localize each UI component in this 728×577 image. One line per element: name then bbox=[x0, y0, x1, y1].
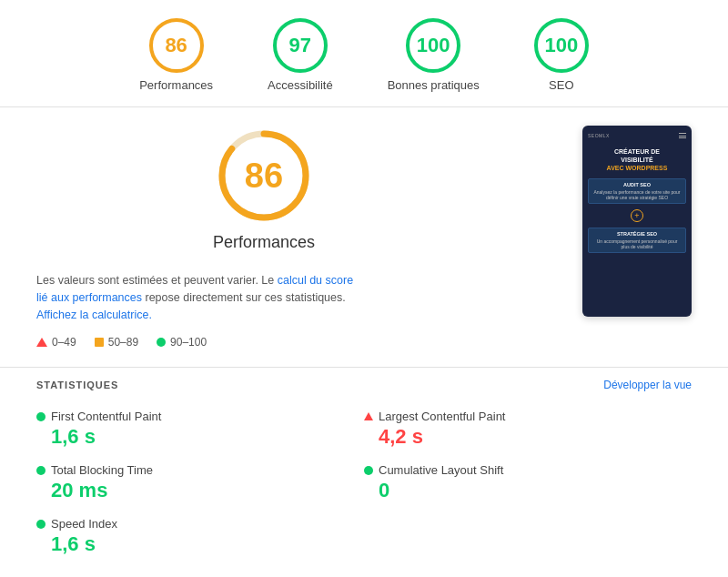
score-circle-seo: 100 bbox=[534, 18, 589, 73]
stat-fcp-name: First Contentful Paint bbox=[51, 410, 161, 423]
right-panel: SEOMLX CRÉATEUR DE VISIBILITÉ AVEC WORDP… bbox=[510, 126, 692, 349]
legend: 0–49 50–89 90–100 bbox=[36, 336, 491, 349]
screenshot-badge1-text: Analysez la performance de votre site po… bbox=[593, 189, 681, 200]
stat-fcp-value: 1,6 s bbox=[51, 425, 364, 449]
triangle-icon bbox=[36, 338, 47, 347]
screenshot-hero: CRÉATEUR DE VISIBILITÉ AVEC WORDPRESS bbox=[607, 147, 668, 172]
score-value-seo: 100 bbox=[544, 34, 578, 57]
stat-fcp: First Contentful Paint 1,6 s bbox=[36, 404, 364, 458]
hamburger-icon bbox=[679, 133, 686, 138]
description-text-2: repose directement sur ces statistiques. bbox=[142, 291, 346, 304]
score-link-2[interactable]: Affichez la calculatrice. bbox=[36, 309, 152, 321]
stat-cls-name: Cumulative Layout Shift bbox=[379, 463, 503, 477]
stat-si-header: Speed Index bbox=[36, 517, 364, 531]
screenshot-frame: SEOMLX CRÉATEUR DE VISIBILITÉ AVEC WORDP… bbox=[582, 126, 692, 317]
dot-green-icon bbox=[36, 466, 46, 475]
big-score-circle: 86 bbox=[214, 126, 314, 226]
screenshot-badge2-text: Un accompagnement personnalisé pour plus… bbox=[593, 238, 681, 249]
legend-high: 90–100 bbox=[157, 336, 207, 349]
stat-lcp: Largest Contentful Paint 4,2 s bbox=[364, 404, 692, 458]
score-label-seo: SEO bbox=[549, 78, 573, 92]
score-label-bonnes-pratiques: Bonnes pratiques bbox=[388, 78, 480, 92]
triangle-red-icon bbox=[364, 412, 373, 420]
screenshot-badge-1: AUDIT SEO Analysez la performance de vot… bbox=[588, 178, 686, 204]
legend-medium-range: 50–89 bbox=[108, 336, 138, 349]
expand-view-link[interactable]: Développer la vue bbox=[603, 379, 692, 391]
square-icon bbox=[95, 338, 104, 347]
screenshot-hero-line1: CRÉATEUR DE bbox=[614, 148, 660, 155]
screenshot-hero-line2: VISIBILITÉ bbox=[621, 157, 652, 163]
description-text-1: Les valeurs sont estimées et peuvent var… bbox=[36, 274, 278, 287]
stat-si-value: 1,6 s bbox=[51, 532, 364, 556]
stats-grid: First Contentful Paint 1,6 s Largest Con… bbox=[36, 404, 692, 565]
main-content: 86 Performances Les valeurs sont estimée… bbox=[0, 107, 728, 368]
score-bonnes-pratiques[interactable]: 100 Bonnes pratiques bbox=[388, 18, 480, 92]
dot-icon bbox=[157, 338, 166, 347]
legend-low-range: 0–49 bbox=[52, 336, 76, 349]
legend-low: 0–49 bbox=[36, 336, 76, 349]
screenshot-hero-line3: AVEC WORDPRESS bbox=[607, 165, 668, 171]
stats-title: STATISTIQUES bbox=[36, 380, 118, 390]
score-value-accessibilite: 97 bbox=[289, 34, 311, 57]
score-value-performances: 86 bbox=[165, 34, 187, 57]
score-circle-bonnes-pratiques: 100 bbox=[406, 18, 460, 73]
screenshot-top-bar: SEOMLX bbox=[588, 133, 686, 138]
stat-cls-value: 0 bbox=[379, 479, 692, 502]
stat-lcp-value: 4,2 s bbox=[379, 425, 692, 449]
stat-tbt-value: 20 ms bbox=[51, 479, 364, 502]
big-score-value: 86 bbox=[245, 157, 283, 196]
score-description: Les valeurs sont estimées et peuvent var… bbox=[36, 272, 364, 323]
big-score-label: Performances bbox=[213, 233, 315, 252]
score-label-accessibilite: Accessibilité bbox=[268, 78, 333, 92]
top-scores-bar: 86 Performances 97 Accessibilité 100 Bon… bbox=[0, 0, 728, 107]
screenshot-badge2-title: STRATÉGIE SEO bbox=[593, 231, 681, 237]
stat-tbt-name: Total Blocking Time bbox=[51, 463, 153, 477]
stat-lcp-header: Largest Contentful Paint bbox=[364, 410, 692, 423]
stat-tbt: Total Blocking Time 20 ms bbox=[36, 458, 364, 511]
screenshot-badge1-title: AUDIT SEO bbox=[593, 182, 681, 187]
stat-tbt-header: Total Blocking Time bbox=[36, 463, 364, 477]
big-score-area: 86 Performances bbox=[36, 126, 491, 261]
legend-high-range: 90–100 bbox=[170, 336, 207, 349]
stat-cls-header: Cumulative Layout Shift bbox=[364, 463, 692, 477]
score-label-performances: Performances bbox=[139, 78, 213, 92]
score-circle-performances: 86 bbox=[149, 18, 204, 73]
stats-header: STATISTIQUES Développer la vue bbox=[36, 379, 692, 391]
stat-si-name: Speed Index bbox=[51, 517, 117, 531]
stat-fcp-header: First Contentful Paint bbox=[36, 410, 364, 423]
score-value-bonnes-pratiques: 100 bbox=[417, 34, 450, 57]
score-seo[interactable]: 100 SEO bbox=[534, 18, 589, 92]
stat-si: Speed Index 1,6 s bbox=[36, 511, 364, 565]
left-panel: 86 Performances Les valeurs sont estimée… bbox=[36, 126, 491, 349]
screenshot-logo: SEOMLX bbox=[588, 133, 610, 138]
dot-green-icon bbox=[36, 520, 46, 529]
dot-green-icon bbox=[36, 412, 46, 421]
stat-cls: Cumulative Layout Shift 0 bbox=[364, 458, 692, 511]
score-accessibilite[interactable]: 97 Accessibilité bbox=[268, 18, 333, 92]
score-circle-accessibilite: 97 bbox=[273, 18, 328, 73]
stat-lcp-name: Largest Contentful Paint bbox=[379, 410, 505, 423]
statistics-section: STATISTIQUES Développer la vue First Con… bbox=[0, 368, 728, 577]
legend-medium: 50–89 bbox=[95, 336, 138, 349]
screenshot-badge-2: STRATÉGIE SEO Un accompagnement personna… bbox=[588, 228, 686, 253]
dot-green-icon bbox=[364, 466, 373, 475]
score-performances[interactable]: 86 Performances bbox=[139, 18, 213, 92]
screenshot-plus-icon: + bbox=[631, 209, 643, 222]
